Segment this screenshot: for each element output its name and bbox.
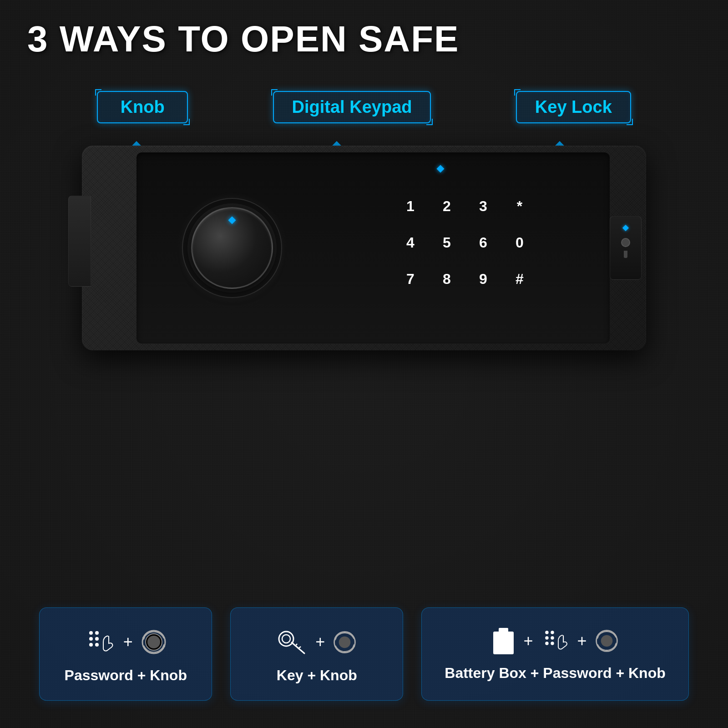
key-lock-label-box: Key Lock	[516, 91, 631, 123]
digital-keypad-label-text: Digital Keypad	[292, 97, 412, 116]
main-title: 3 WAYS TO OPEN SAFE	[27, 18, 459, 60]
method-card-battery-password-knob: + +	[421, 607, 688, 701]
method-2-label: Key + Knob	[277, 667, 357, 684]
safe-left-handle	[68, 196, 91, 287]
password-icon	[84, 626, 116, 658]
key-4: 4	[397, 234, 424, 262]
key-8: 8	[433, 271, 460, 298]
labels-row: Knob Digital Keypad Key Lock	[0, 91, 728, 123]
method-2-icons: +	[276, 626, 357, 658]
key-lock	[610, 216, 642, 280]
plus-1: +	[123, 632, 133, 652]
svg-point-20	[147, 636, 160, 648]
key-2: 2	[433, 198, 460, 225]
key-lock-connector-diamond	[622, 225, 629, 231]
knob-label-box: Knob	[97, 91, 188, 123]
password-icon-2	[541, 626, 570, 656]
keypad-connector-diamond	[437, 165, 445, 173]
main-container: 3 WAYS TO OPEN SAFE Knob Digital Keypad	[0, 0, 728, 728]
safe-panel: 1 2 3 * 4 5 6 0 7 8 9 #	[136, 152, 610, 344]
svg-point-36	[545, 642, 548, 645]
svg-point-13	[89, 643, 93, 647]
knob-indicator-diamond	[228, 217, 236, 224]
svg-point-11	[89, 637, 93, 641]
svg-point-35	[551, 636, 554, 639]
key-icon	[276, 626, 308, 658]
keyhole-slot	[624, 251, 627, 258]
knob-label-text: Knob	[121, 97, 165, 116]
key-lock-label-text: Key Lock	[535, 97, 612, 116]
svg-line-25	[295, 644, 297, 646]
battery-box-icon	[491, 626, 516, 656]
safe-image-area: 1 2 3 * 4 5 6 0 7 8 9 #	[68, 132, 660, 350]
svg-point-32	[545, 631, 548, 634]
method-3-icons: + +	[491, 626, 619, 656]
knob-icon-1	[140, 628, 167, 656]
method-1-label: Password + Knob	[65, 667, 187, 684]
methods-section: + Password + Knob	[23, 607, 705, 701]
svg-point-12	[95, 637, 99, 641]
svg-point-9	[89, 631, 93, 635]
method-card-key-knob: + Key + Knob	[230, 607, 403, 701]
key-6: 6	[470, 234, 497, 262]
method-3-label: Battery Box + Password + Knob	[445, 665, 665, 682]
key-hash: #	[506, 271, 533, 298]
svg-line-23	[292, 642, 304, 653]
key-7: 7	[397, 271, 424, 298]
svg-point-22	[282, 635, 290, 643]
knob-icon-3	[594, 628, 619, 653]
method-card-password-knob: + Password + Knob	[39, 607, 212, 701]
method-1-icons: +	[84, 626, 167, 658]
safe-knob	[191, 207, 273, 289]
svg-point-42	[601, 635, 612, 647]
key-5: 5	[433, 234, 460, 262]
svg-rect-31	[499, 628, 508, 633]
plus-4: +	[577, 632, 587, 651]
key-star: *	[506, 198, 533, 225]
svg-point-29	[339, 636, 351, 648]
svg-point-21	[279, 632, 293, 646]
svg-rect-30	[493, 632, 514, 654]
safe-body: 1 2 3 * 4 5 6 0 7 8 9 #	[82, 146, 646, 350]
svg-point-34	[545, 636, 548, 639]
knob-icon-2	[332, 630, 357, 655]
plus-2: +	[315, 632, 325, 652]
key-9: 9	[470, 271, 497, 298]
svg-point-14	[95, 643, 99, 647]
svg-point-33	[551, 631, 554, 634]
keypad-grid: 1 2 3 * 4 5 6 0 7 8 9 #	[397, 198, 533, 298]
svg-point-10	[95, 631, 99, 635]
keyhole-circle	[621, 238, 630, 247]
key-1: 1	[397, 198, 424, 225]
key-0: 0	[506, 234, 533, 262]
plus-3: +	[523, 632, 533, 651]
svg-point-37	[551, 642, 554, 645]
digital-keypad-label-box: Digital Keypad	[273, 91, 431, 123]
key-3: 3	[470, 198, 497, 225]
